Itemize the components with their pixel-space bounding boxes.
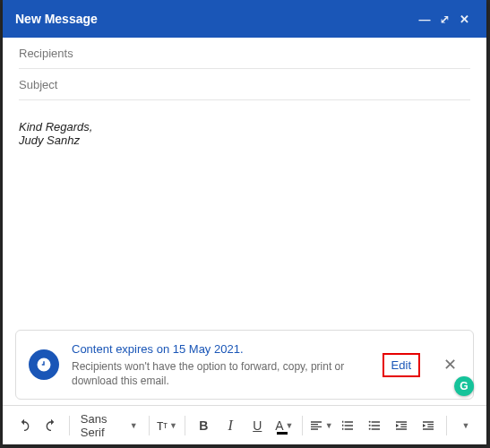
fullscreen-button[interactable]: ⤢: [434, 13, 454, 26]
indent-more-button[interactable]: [416, 412, 441, 439]
title-bar: New Message — ⤢ ✕: [3, 0, 486, 38]
toolbar-separator: [185, 416, 185, 435]
caret-down-icon: ▼: [325, 421, 333, 430]
more-formatting-button[interactable]: ▼: [452, 412, 477, 439]
grammarly-icon[interactable]: G: [454, 376, 474, 396]
italic-button[interactable]: I: [218, 412, 243, 439]
text-color-button[interactable]: A▼: [271, 412, 297, 439]
confidential-title: Content expires on 15 May 2021.: [72, 341, 370, 358]
recipients-field[interactable]: Recipients: [19, 38, 470, 69]
subject-field[interactable]: Subject: [19, 69, 470, 100]
compose-window: New Message — ⤢ ✕ Recipients Subject Kin…: [3, 0, 486, 444]
signature-name: Judy Sanhz: [19, 134, 470, 147]
confidential-mode-card: Content expires on 15 May 2021. Recipien…: [15, 330, 474, 400]
signature-closing: Kind Regards,: [19, 120, 470, 134]
toolbar-separator: [446, 416, 447, 435]
caret-down-icon: ▼: [130, 421, 138, 430]
redo-button[interactable]: [39, 412, 64, 439]
font-family-select[interactable]: Sans Serif▼: [75, 412, 143, 439]
align-button[interactable]: ▼: [308, 412, 333, 439]
toolbar-separator: [149, 416, 150, 435]
confidential-edit-button[interactable]: Edit: [383, 353, 420, 377]
numbered-list-button[interactable]: [335, 412, 360, 439]
caret-down-icon: ▼: [169, 421, 177, 430]
minimize-button[interactable]: —: [415, 13, 434, 26]
message-body[interactable]: Kind Regards, Judy Sanhz: [3, 100, 486, 330]
clock-lock-icon: [29, 349, 59, 380]
confidential-subtitle: Recipients won't have the option to forw…: [72, 359, 370, 388]
bulleted-list-button[interactable]: [362, 412, 387, 439]
close-button[interactable]: ✕: [454, 13, 474, 26]
font-size-button[interactable]: тт▼: [154, 412, 179, 439]
bold-button[interactable]: B: [191, 412, 216, 439]
formatting-toolbar: Sans Serif▼ тт▼ B I U A▼ ▼ ▼: [3, 405, 486, 444]
undo-button[interactable]: [12, 412, 37, 439]
toolbar-separator: [69, 416, 70, 435]
underline-button[interactable]: U: [245, 412, 270, 439]
window-title: New Message: [15, 12, 98, 26]
header-fields: Recipients Subject: [3, 38, 486, 100]
toolbar-separator: [302, 416, 303, 435]
caret-down-icon: ▼: [285, 421, 293, 430]
confidential-dismiss-button[interactable]: ✕: [440, 355, 460, 375]
caret-down-icon: ▼: [462, 421, 470, 430]
indent-less-button[interactable]: [389, 412, 414, 439]
